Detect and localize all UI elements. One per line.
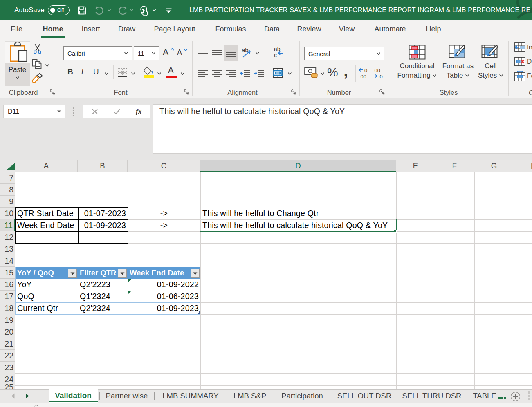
svg-text:c: c — [274, 52, 277, 58]
svg-text:ab: ab — [274, 46, 281, 52]
svg-text:.00: .00 — [359, 74, 366, 79]
svg-text:ab: ab — [242, 47, 249, 54]
svg-text:.0: .0 — [378, 74, 383, 79]
svg-text:0: 0 — [364, 67, 367, 74]
svg-text:.00: .00 — [373, 67, 380, 74]
